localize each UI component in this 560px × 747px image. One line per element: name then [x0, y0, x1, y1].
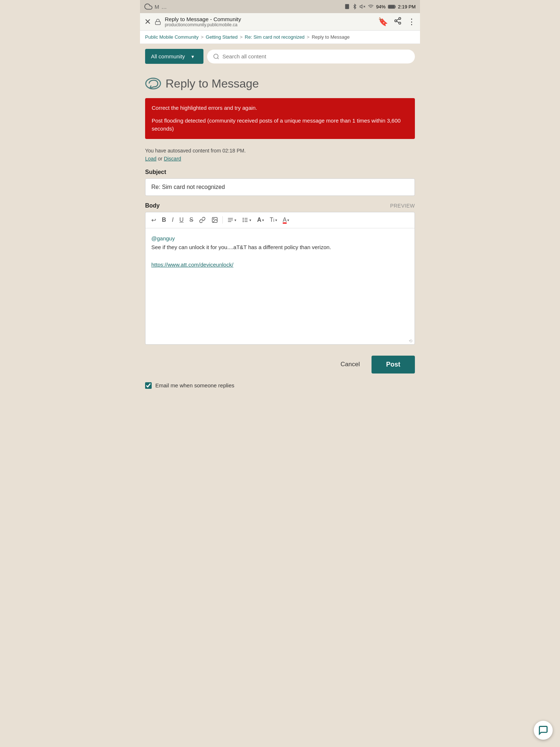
status-bar-left: M … [144, 3, 167, 11]
breadcrumb-sep-2: > [240, 34, 243, 40]
text-style-button[interactable]: Ti [268, 215, 279, 225]
strikethrough-button[interactable]: S [187, 215, 196, 225]
toolbar-sep-1 [222, 216, 223, 224]
svg-line-12 [397, 19, 399, 20]
preview-link[interactable]: PREVIEW [390, 203, 415, 209]
main-content: Reply to Message Correct the highlighted… [140, 69, 420, 403]
more-menu-icon[interactable]: ⋮ [408, 17, 416, 27]
highlight-button[interactable]: A [281, 215, 292, 225]
resize-handle[interactable]: ⟲ [145, 338, 415, 344]
reply-icon [145, 76, 161, 91]
body-section: Body PREVIEW ↩ B I U S [145, 202, 415, 345]
svg-point-17 [214, 218, 214, 219]
editor-container: ↩ B I U S A Ti A [145, 212, 415, 345]
action-row: Cancel Post [145, 352, 415, 377]
browser-title: Reply to Message - Community productionc… [165, 16, 374, 27]
body-label: Body [145, 202, 160, 209]
breadcrumb: Public Mobile Community > Getting Starte… [140, 31, 420, 44]
url-text: productioncommunity.publicmobile.ca [165, 22, 374, 27]
align-button[interactable] [225, 215, 238, 225]
community-dropdown[interactable]: All community ▾ [145, 49, 203, 64]
list-button[interactable] [240, 215, 253, 225]
subject-input[interactable] [145, 178, 415, 196]
search-bar-row: All community ▾ [140, 44, 420, 69]
share-icon[interactable] [394, 17, 402, 27]
error-line1: Correct the highlighted errors and try a… [152, 104, 408, 112]
sim-icon [344, 4, 350, 9]
wifi-icon [368, 4, 374, 9]
svg-rect-6 [388, 5, 394, 8]
editor-body-text: See if they can unlock it for you....aT&… [151, 244, 331, 250]
more-icon: … [162, 4, 167, 10]
lock-icon [155, 19, 161, 25]
page-main-title: Reply to Message [166, 77, 259, 90]
close-button[interactable]: ✕ [144, 17, 151, 27]
svg-rect-0 [345, 4, 349, 9]
bluetooth-icon [352, 4, 357, 9]
editor-toolbar: ↩ B I U S A Ti A [145, 212, 415, 228]
svg-point-13 [214, 54, 218, 58]
subject-label: Subject [145, 169, 415, 175]
mention-tag: @ganguy [151, 235, 175, 241]
breadcrumb-sep-3: > [307, 34, 310, 40]
error-box: Correct the highlighted errors and try a… [145, 98, 415, 139]
svg-point-10 [399, 22, 401, 24]
checkbox-row: Email me when someone replies [145, 382, 415, 389]
svg-marker-1 [360, 5, 362, 8]
undo-button[interactable]: ↩ [149, 215, 158, 225]
svg-point-9 [395, 20, 397, 22]
time-display: 2:19 PM [398, 4, 416, 9]
autosave-actions: Load or Discard [145, 156, 415, 162]
underline-button[interactable]: U [177, 215, 186, 225]
breadcrumb-item-3[interactable]: Re: Sim card not recognized [245, 34, 304, 40]
load-link[interactable]: Load [145, 156, 156, 162]
breadcrumb-item-4: Reply to Message [312, 34, 350, 40]
cancel-button[interactable]: Cancel [335, 357, 366, 372]
status-bar: M … 94% 2:19 PM [140, 0, 420, 13]
browser-nav: ✕ Reply to Message - Community productio… [140, 13, 420, 31]
subject-section: Subject [145, 169, 415, 196]
community-dropdown-label: All community [151, 53, 185, 59]
svg-line-14 [217, 58, 218, 59]
svg-point-8 [399, 18, 401, 20]
search-input[interactable] [222, 53, 409, 59]
breadcrumb-sep-1: > [201, 34, 204, 40]
svg-point-24 [243, 218, 244, 219]
discard-link[interactable]: Discard [164, 156, 181, 162]
page-title-text: Reply to Message - Community [165, 16, 374, 22]
editor-link[interactable]: https://www.att.com/deviceunlock/ [151, 262, 233, 268]
page-title-row: Reply to Message [145, 76, 415, 91]
autosave-notice: You have autosaved content from 02:18 PM… [145, 148, 415, 162]
cloud-icon [144, 3, 152, 11]
body-header: Body PREVIEW [145, 202, 415, 209]
autosave-text: You have autosaved content from 02:18 PM… [145, 148, 415, 154]
font-color-button[interactable]: A [255, 215, 266, 225]
email-notify-checkbox[interactable] [145, 382, 152, 389]
search-icon [213, 53, 219, 60]
battery-icon [388, 4, 396, 9]
svg-rect-7 [155, 22, 160, 24]
gmail-icon: M [155, 4, 159, 10]
image-button[interactable] [209, 215, 220, 225]
or-text: or [156, 156, 164, 162]
editor-body[interactable]: @ganguy See if they can unlock it for yo… [145, 228, 415, 338]
svg-point-26 [243, 221, 244, 222]
bookmark-icon[interactable]: 🔖 [378, 17, 388, 27]
mute-icon [359, 4, 365, 9]
browser-nav-icons: 🔖 ⋮ [378, 17, 416, 27]
svg-point-25 [243, 220, 244, 220]
status-bar-right: 94% 2:19 PM [344, 4, 416, 9]
chevron-down-icon: ▾ [188, 54, 198, 59]
bold-button[interactable]: B [160, 215, 168, 225]
italic-button[interactable]: I [170, 215, 176, 225]
post-button[interactable]: Post [372, 356, 415, 374]
svg-line-11 [397, 21, 399, 23]
breadcrumb-item-1[interactable]: Public Mobile Community [145, 34, 199, 40]
breadcrumb-item-2[interactable]: Getting Started [206, 34, 237, 40]
email-notify-label: Email me when someone replies [155, 382, 234, 388]
error-line2: Post flooding detected (community receiv… [152, 117, 408, 133]
battery-text: 94% [376, 4, 386, 9]
search-input-wrapper [207, 50, 415, 63]
link-button[interactable] [197, 215, 208, 225]
